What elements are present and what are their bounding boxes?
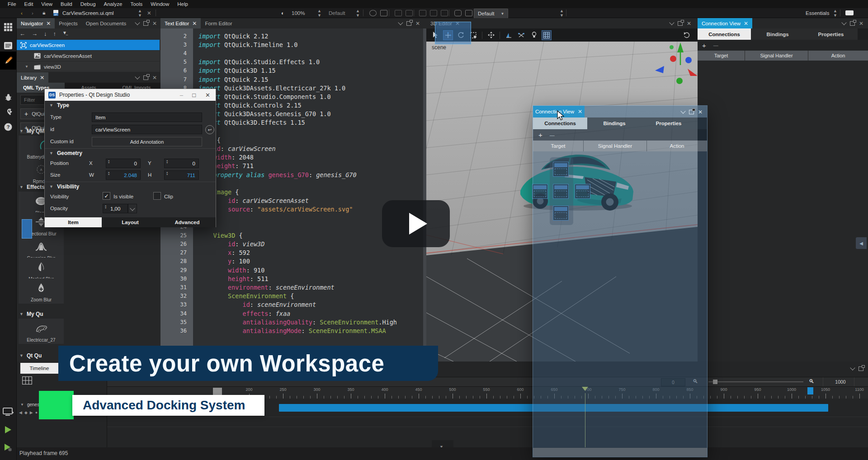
add-keyframe-icon[interactable]: ◆ bbox=[24, 410, 28, 415]
chevron-down-icon[interactable] bbox=[669, 20, 674, 25]
run-button[interactable] bbox=[0, 422, 16, 437]
dialog-titlebar[interactable]: DS Properties - Qt Design Studio – □ ✕ bbox=[45, 89, 216, 101]
tab-properties[interactable]: Properties bbox=[804, 28, 858, 40]
override-icon[interactable] bbox=[454, 10, 462, 16]
undock-icon[interactable] bbox=[850, 21, 855, 26]
timeline-film-icon[interactable] bbox=[22, 376, 32, 386]
tab-bindings[interactable]: Bindings bbox=[587, 117, 642, 129]
next-keyframe-icon[interactable]: ▶ bbox=[30, 410, 33, 415]
columns-icon[interactable] bbox=[419, 10, 426, 16]
editor-scrollbar[interactable] bbox=[423, 28, 426, 361]
column-signal-handler[interactable]: Signal Handler bbox=[745, 51, 808, 61]
menu-file[interactable]: File bbox=[4, 1, 20, 7]
maximize-button[interactable]: □ bbox=[192, 92, 196, 99]
move-backward-icon[interactable]: ← bbox=[19, 30, 25, 37]
tab-advanced[interactable]: Advanced bbox=[159, 217, 216, 227]
type-field[interactable]: Item bbox=[92, 113, 202, 122]
tree-item-view3d[interactable]: ▼ view3D bbox=[17, 61, 160, 72]
style-selector[interactable]: Default bbox=[329, 8, 345, 18]
close-icon[interactable]: ✕ bbox=[40, 75, 44, 81]
width-field[interactable]: ▲▼2.048 bbox=[106, 170, 141, 180]
edit-light-icon[interactable] bbox=[529, 31, 538, 40]
snapping-icon[interactable] bbox=[406, 10, 413, 16]
stepper-icon[interactable]: ▲▼ bbox=[166, 160, 168, 164]
style-stepper[interactable]: ▲▼ bbox=[356, 8, 359, 18]
feedback-chat-icon[interactable] bbox=[845, 8, 854, 18]
close-icon[interactable]: ✕ bbox=[192, 20, 197, 27]
tab-projects[interactable]: Projects bbox=[55, 18, 82, 28]
menu-build[interactable]: Build bbox=[57, 1, 76, 7]
forward-button[interactable]: › bbox=[32, 8, 33, 18]
close-icon[interactable]: ✕ bbox=[46, 20, 51, 27]
chevron-down-icon[interactable] bbox=[398, 20, 403, 25]
chevron-down-icon[interactable] bbox=[680, 108, 685, 113]
tab-library[interactable]: Library✕ bbox=[17, 72, 48, 83]
close-icon[interactable]: ✕ bbox=[698, 110, 703, 114]
column-target[interactable]: Target bbox=[533, 141, 584, 151]
reset-view-icon[interactable] bbox=[682, 31, 691, 40]
grid-layout-icon[interactable] bbox=[441, 10, 448, 16]
timeline-end-field[interactable]: 1000 bbox=[828, 378, 853, 385]
run-preview-icon[interactable]: ◐ bbox=[281, 8, 284, 18]
rows-icon[interactable] bbox=[430, 10, 437, 16]
chevron-down-icon[interactable] bbox=[135, 20, 140, 25]
tree-item-carviewscreen[interactable]: carViewScreen bbox=[17, 40, 160, 51]
debug-mode-icon[interactable] bbox=[0, 89, 16, 105]
perspective-selector[interactable]: Essentials bbox=[806, 8, 829, 18]
remove-connection-button[interactable]: — bbox=[550, 132, 555, 138]
chevron-down-icon[interactable] bbox=[135, 74, 140, 79]
move-up-icon[interactable]: ↑ bbox=[53, 30, 57, 37]
stepper-icon[interactable]: ▲▼ bbox=[108, 160, 110, 164]
undock-icon[interactable] bbox=[859, 366, 863, 371]
stepper-icon[interactable]: ▲▼ bbox=[108, 171, 110, 176]
opacity-dropdown[interactable] bbox=[128, 204, 137, 213]
undock-icon[interactable] bbox=[678, 21, 683, 26]
column-signal-handler[interactable]: Signal Handler bbox=[584, 141, 647, 151]
close-icon[interactable]: ✕ bbox=[152, 21, 157, 26]
reset-id-button[interactable]: ↩ bbox=[205, 125, 214, 134]
tab-item[interactable]: Item bbox=[45, 217, 102, 227]
menu-help[interactable]: Help bbox=[173, 1, 192, 7]
zoom-stepper[interactable]: ▲▼ bbox=[317, 8, 321, 18]
state-selector[interactable]: Base State bbox=[858, 378, 868, 385]
tab-connections[interactable]: Connections bbox=[698, 28, 751, 40]
kit-target-icon[interactable] bbox=[0, 404, 16, 420]
open-document-selector[interactable]: CarViewScreen.ui.qml bbox=[62, 8, 114, 18]
document-dropdown-icon[interactable]: ▲▼ bbox=[138, 8, 142, 18]
library-section-myqml[interactable]: ▼My QM bbox=[19, 128, 44, 134]
column-action[interactable]: Action bbox=[808, 51, 868, 61]
minimize-button[interactable]: – bbox=[180, 92, 183, 99]
undock-icon[interactable] bbox=[143, 75, 148, 80]
close-button[interactable]: ✕ bbox=[205, 92, 210, 99]
local-orientation-icon[interactable] bbox=[504, 31, 513, 40]
panel-expand-handle[interactable]: ◀ bbox=[856, 237, 867, 249]
close-icon[interactable]: ✕ bbox=[859, 21, 863, 26]
record-icon[interactable]: ● bbox=[35, 410, 38, 415]
welcome-mode-icon[interactable] bbox=[0, 19, 16, 35]
zoom-in-icon[interactable]: 🔍︎ bbox=[809, 378, 814, 385]
back-button[interactable]: ‹ bbox=[21, 8, 23, 18]
opacity-field[interactable]: ▲▼1,00 bbox=[103, 204, 128, 213]
perspective-stepper[interactable]: ▲▼ bbox=[833, 8, 837, 18]
timeline-zoom-slider[interactable] bbox=[708, 381, 803, 382]
add-annotation-button[interactable]: Add Annotation bbox=[92, 137, 202, 146]
floating-panel-scrollbar[interactable] bbox=[533, 448, 707, 457]
id-field[interactable]: carViewScreen bbox=[92, 125, 202, 134]
toggle-grid-icon[interactable] bbox=[542, 31, 551, 40]
add-connection-button[interactable]: + bbox=[538, 131, 542, 139]
clip-checkbox[interactable] bbox=[153, 192, 161, 200]
close-icon[interactable]: ✕ bbox=[578, 108, 582, 115]
stepper-icon[interactable]: ▲▼ bbox=[166, 171, 168, 176]
global-orientation-icon[interactable] bbox=[517, 31, 526, 40]
tab-layout[interactable]: Layout bbox=[102, 217, 159, 227]
tab-bindings[interactable]: Bindings bbox=[751, 28, 804, 40]
design-mode-icon[interactable] bbox=[0, 52, 16, 70]
tab-properties[interactable]: Properties bbox=[642, 117, 696, 129]
edit-mode-icon[interactable] bbox=[0, 38, 16, 53]
close-icon[interactable]: ✕ bbox=[415, 21, 420, 26]
tab-navigator[interactable]: Navigator✕ bbox=[17, 18, 55, 28]
chevron-down-icon[interactable] bbox=[841, 20, 846, 25]
library-section-effects[interactable]: ▼Effects bbox=[19, 184, 45, 190]
close-icon[interactable]: ✕ bbox=[152, 75, 157, 80]
prev-keyframe-icon[interactable]: ◀ bbox=[19, 410, 22, 415]
